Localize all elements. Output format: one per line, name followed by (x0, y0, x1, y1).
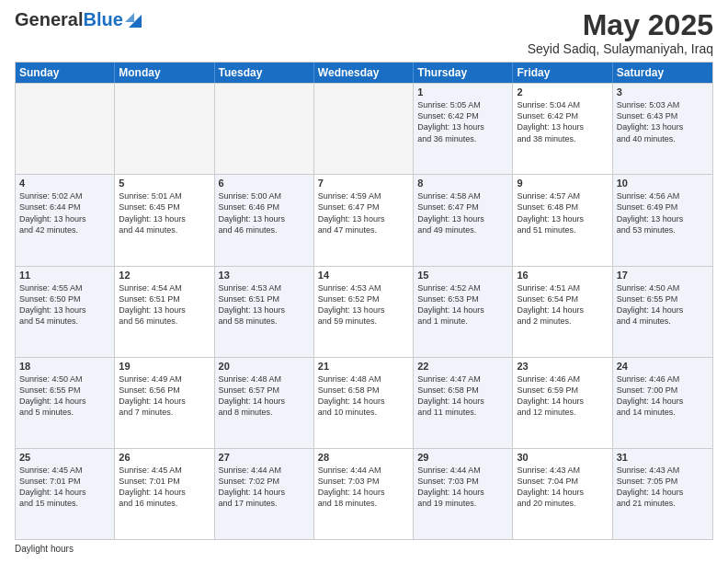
cal-cell-w2-d5: 16Sunrise: 4:51 AM Sunset: 6:54 PM Dayli… (513, 267, 612, 357)
cal-cell-w0-d2 (215, 84, 314, 174)
calendar-subtitle: Seyid Sadiq, Sulaymaniyah, Iraq (528, 41, 713, 56)
col-thursday: Thursday (414, 63, 513, 83)
day-number: 2 (517, 86, 608, 98)
cal-cell-w0-d5: 2Sunrise: 5:04 AM Sunset: 6:42 PM Daylig… (513, 84, 612, 174)
cal-cell-w0-d4: 1Sunrise: 5:05 AM Sunset: 6:42 PM Daylig… (414, 84, 513, 174)
day-number: 15 (417, 270, 508, 281)
cal-cell-w3-d5: 23Sunrise: 4:46 AM Sunset: 6:59 PM Dayli… (513, 358, 612, 448)
daylight-label: Daylight hours (15, 544, 74, 554)
cal-cell-w3-d4: 22Sunrise: 4:47 AM Sunset: 6:58 PM Dayli… (414, 358, 513, 448)
calendar-body: 1Sunrise: 5:05 AM Sunset: 6:42 PM Daylig… (16, 83, 712, 539)
day-info: Sunrise: 5:03 AM Sunset: 6:43 PM Dayligh… (617, 99, 709, 144)
cal-cell-w4-d2: 27Sunrise: 4:44 AM Sunset: 7:02 PM Dayli… (215, 449, 314, 539)
cal-cell-w0-d1 (115, 84, 214, 174)
day-info: Sunrise: 4:51 AM Sunset: 6:54 PM Dayligh… (517, 282, 608, 327)
cal-cell-w2-d3: 14Sunrise: 4:53 AM Sunset: 6:52 PM Dayli… (314, 267, 414, 357)
cal-cell-w3-d6: 24Sunrise: 4:46 AM Sunset: 7:00 PM Dayli… (613, 358, 712, 448)
logo-blue-text: Blue (83, 9, 122, 30)
day-number: 17 (617, 270, 709, 281)
col-saturday: Saturday (613, 63, 712, 83)
day-number: 7 (318, 178, 409, 189)
day-number: 21 (318, 361, 409, 372)
day-info: Sunrise: 5:00 AM Sunset: 6:46 PM Dayligh… (219, 190, 310, 236)
cal-cell-w1-d5: 9Sunrise: 4:57 AM Sunset: 6:48 PM Daylig… (513, 175, 612, 265)
day-info: Sunrise: 4:45 AM Sunset: 7:01 PM Dayligh… (19, 465, 110, 510)
day-info: Sunrise: 4:44 AM Sunset: 7:03 PM Dayligh… (417, 465, 508, 510)
cal-week-3: 18Sunrise: 4:50 AM Sunset: 6:55 PM Dayli… (16, 357, 712, 448)
day-info: Sunrise: 5:02 AM Sunset: 6:44 PM Dayligh… (19, 190, 110, 236)
day-number: 1 (417, 86, 508, 98)
day-number: 27 (219, 452, 310, 463)
day-number: 26 (119, 452, 210, 463)
cal-cell-w0-d6: 3Sunrise: 5:03 AM Sunset: 6:43 PM Daylig… (613, 84, 712, 174)
day-number: 19 (119, 361, 210, 372)
day-info: Sunrise: 4:43 AM Sunset: 7:05 PM Dayligh… (617, 465, 709, 510)
day-info: Sunrise: 4:54 AM Sunset: 6:51 PM Dayligh… (119, 282, 210, 327)
day-info: Sunrise: 4:50 AM Sunset: 6:55 PM Dayligh… (617, 282, 709, 327)
cal-cell-w1-d4: 8Sunrise: 4:58 AM Sunset: 6:47 PM Daylig… (414, 175, 513, 265)
logo-general-text: General (15, 9, 83, 30)
svg-marker-1 (125, 13, 134, 22)
day-number: 16 (517, 270, 608, 281)
cal-cell-w0-d0 (16, 84, 115, 174)
logo: General Blue (15, 9, 142, 30)
cal-cell-w4-d6: 31Sunrise: 4:43 AM Sunset: 7:05 PM Dayli… (613, 449, 712, 539)
day-info: Sunrise: 4:45 AM Sunset: 7:01 PM Dayligh… (119, 465, 210, 510)
day-number: 6 (219, 178, 310, 189)
col-wednesday: Wednesday (314, 63, 414, 83)
page: General Blue May 2025 Seyid Sadiq, Sulay… (0, 0, 728, 563)
day-info: Sunrise: 4:48 AM Sunset: 6:58 PM Dayligh… (318, 373, 409, 419)
day-info: Sunrise: 4:47 AM Sunset: 6:58 PM Dayligh… (417, 373, 508, 419)
footer: Daylight hours (15, 544, 713, 554)
day-number: 22 (417, 361, 508, 372)
day-number: 9 (517, 178, 608, 189)
day-number: 18 (19, 361, 110, 372)
day-number: 14 (318, 270, 409, 281)
day-number: 24 (617, 361, 709, 372)
logo-icon (125, 11, 142, 28)
day-info: Sunrise: 4:43 AM Sunset: 7:04 PM Dayligh… (517, 465, 608, 510)
cal-week-1: 4Sunrise: 5:02 AM Sunset: 6:44 PM Daylig… (16, 174, 712, 265)
day-info: Sunrise: 4:44 AM Sunset: 7:02 PM Dayligh… (219, 465, 310, 510)
cal-cell-w4-d1: 26Sunrise: 4:45 AM Sunset: 7:01 PM Dayli… (115, 449, 214, 539)
day-number: 5 (119, 178, 210, 189)
day-info: Sunrise: 4:58 AM Sunset: 6:47 PM Dayligh… (417, 190, 508, 236)
cal-cell-w2-d0: 11Sunrise: 4:55 AM Sunset: 6:50 PM Dayli… (16, 267, 115, 357)
day-number: 23 (517, 361, 608, 372)
cal-cell-w1-d0: 4Sunrise: 5:02 AM Sunset: 6:44 PM Daylig… (16, 175, 115, 265)
col-tuesday: Tuesday (215, 63, 314, 83)
day-info: Sunrise: 5:04 AM Sunset: 6:42 PM Dayligh… (517, 99, 608, 144)
col-monday: Monday (115, 63, 214, 83)
cal-cell-w3-d3: 21Sunrise: 4:48 AM Sunset: 6:58 PM Dayli… (314, 358, 414, 448)
cal-cell-w2-d6: 17Sunrise: 4:50 AM Sunset: 6:55 PM Dayli… (613, 267, 712, 357)
day-number: 13 (219, 270, 310, 281)
day-number: 31 (617, 452, 709, 463)
cal-cell-w4-d4: 29Sunrise: 4:44 AM Sunset: 7:03 PM Dayli… (414, 449, 513, 539)
day-number: 28 (318, 452, 409, 463)
cal-cell-w3-d2: 20Sunrise: 4:48 AM Sunset: 6:57 PM Dayli… (215, 358, 314, 448)
title-block: May 2025 Seyid Sadiq, Sulaymaniyah, Iraq (528, 9, 713, 56)
day-number: 11 (19, 270, 110, 281)
col-friday: Friday (513, 63, 612, 83)
cal-week-4: 25Sunrise: 4:45 AM Sunset: 7:01 PM Dayli… (16, 448, 712, 539)
cal-cell-w1-d2: 6Sunrise: 5:00 AM Sunset: 6:46 PM Daylig… (215, 175, 314, 265)
day-number: 20 (219, 361, 310, 372)
calendar-header: Sunday Monday Tuesday Wednesday Thursday… (16, 63, 712, 83)
day-number: 4 (19, 178, 110, 189)
day-number: 30 (517, 452, 608, 463)
day-number: 10 (617, 178, 709, 189)
cal-cell-w4-d5: 30Sunrise: 4:43 AM Sunset: 7:04 PM Dayli… (513, 449, 612, 539)
day-info: Sunrise: 4:52 AM Sunset: 6:53 PM Dayligh… (417, 282, 508, 327)
cal-cell-w2-d4: 15Sunrise: 4:52 AM Sunset: 6:53 PM Dayli… (414, 267, 513, 357)
cal-cell-w4-d3: 28Sunrise: 4:44 AM Sunset: 7:03 PM Dayli… (314, 449, 414, 539)
day-info: Sunrise: 5:01 AM Sunset: 6:45 PM Dayligh… (119, 190, 210, 236)
calendar: Sunday Monday Tuesday Wednesday Thursday… (15, 62, 713, 540)
calendar-title: May 2025 (528, 9, 713, 41)
day-info: Sunrise: 4:49 AM Sunset: 6:56 PM Dayligh… (119, 373, 210, 419)
day-info: Sunrise: 4:44 AM Sunset: 7:03 PM Dayligh… (318, 465, 409, 510)
cal-cell-w1-d3: 7Sunrise: 4:59 AM Sunset: 6:47 PM Daylig… (314, 175, 414, 265)
cal-cell-w4-d0: 25Sunrise: 4:45 AM Sunset: 7:01 PM Dayli… (16, 449, 115, 539)
day-number: 8 (417, 178, 508, 189)
day-info: Sunrise: 4:57 AM Sunset: 6:48 PM Dayligh… (517, 190, 608, 236)
day-info: Sunrise: 4:46 AM Sunset: 6:59 PM Dayligh… (517, 373, 608, 419)
